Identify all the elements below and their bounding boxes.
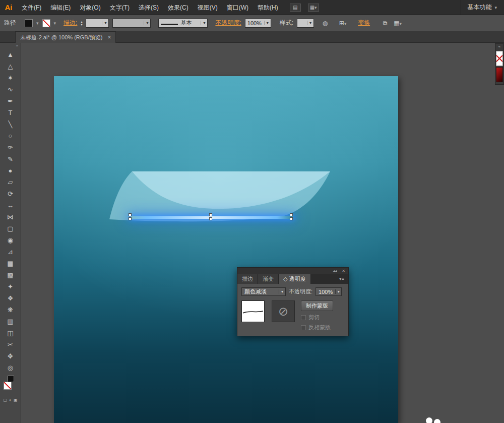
control-bar: 路径 ▾ ▾ 描边: ▴ ▾ ▾ ▾ 基本 ▾ 不透明度: 100% ▾ 样式:…: [0, 15, 504, 31]
fill-color-swatch[interactable]: [4, 382, 12, 390]
line-segment-tool[interactable]: ╲: [4, 118, 17, 130]
transform-link[interactable]: 变换: [358, 19, 370, 27]
tab-fill-space: [311, 274, 335, 284]
perspective-grid-tool[interactable]: ⊿: [4, 246, 17, 258]
draw-normal-icon[interactable]: ▢: [4, 398, 8, 402]
mask-thumbnail[interactable]: ⊘: [272, 300, 295, 322]
collapse-panel-icon[interactable]: »: [0, 43, 21, 49]
lasso-tool[interactable]: ∿: [4, 84, 17, 95]
menu-item-6[interactable]: 视图(V): [193, 0, 222, 15]
gradient-tool[interactable]: ▩: [4, 269, 17, 281]
menu-item-0[interactable]: 文件(F): [17, 0, 46, 15]
stroke-link[interactable]: 描边:: [64, 19, 77, 27]
anchor-handle[interactable]: [209, 217, 212, 220]
menu-item-1[interactable]: 编辑(E): [46, 0, 75, 15]
menu-item-2[interactable]: 对象(O): [75, 0, 105, 15]
menu-item-7[interactable]: 窗口(W): [222, 0, 253, 15]
workspace-switcher[interactable]: 基本功能 ▾: [461, 0, 504, 15]
column-graph-tool[interactable]: ▥: [4, 316, 17, 327]
blend-mode-select[interactable]: 颜色减淡 ▾: [241, 287, 286, 296]
isolate-mode-icon[interactable]: ⧉: [381, 19, 390, 27]
close-icon[interactable]: ✕: [342, 269, 345, 273]
tab-transparency[interactable]: ◇ 透明度: [279, 274, 311, 284]
anchor-handle[interactable]: [129, 213, 132, 216]
panel-opacity-select[interactable]: 100% ▾: [316, 287, 342, 296]
shape-builder-tool[interactable]: ◉: [4, 234, 17, 246]
align-panel-icon[interactable]: ⊞▾: [338, 19, 347, 27]
stroke-swatch[interactable]: [42, 19, 50, 27]
anchor-handle[interactable]: [129, 217, 132, 220]
opacity-value: 100%: [245, 20, 264, 26]
menu-item-4[interactable]: 选择(S): [134, 0, 163, 15]
menu-item-5[interactable]: 效果(C): [163, 0, 193, 15]
panel-menu-icon[interactable]: ▾≡: [335, 274, 348, 284]
align-grid-icon: ⊞: [339, 20, 344, 27]
magic-wand-tool[interactable]: ✶: [4, 72, 17, 84]
rotate-tool[interactable]: ⟳: [4, 188, 17, 200]
color-swatch-icon[interactable]: [496, 67, 503, 82]
stroke-weight-stepper[interactable]: ▴ ▾: [81, 20, 82, 26]
width-profile-combo[interactable]: ▾: [112, 19, 151, 28]
anchor-handle[interactable]: [290, 217, 293, 220]
anchor-handle[interactable]: [209, 213, 212, 216]
tab-stroke[interactable]: 描边: [237, 274, 258, 284]
object-thumbnail[interactable]: [241, 300, 265, 322]
more-options-icon[interactable]: ▦▾: [393, 19, 402, 27]
artboard[interactable]: [54, 76, 398, 423]
artboard-tool[interactable]: ◫: [4, 327, 17, 339]
pen-tool[interactable]: ✒: [4, 95, 17, 107]
clip-checkbox[interactable]: [301, 315, 306, 320]
collapse-panel-icon[interactable]: ◂◂: [333, 269, 337, 273]
style-combo[interactable]: ▾: [297, 19, 314, 28]
direct-selection-tool[interactable]: △: [4, 61, 17, 72]
pencil-tool[interactable]: ✎: [4, 153, 17, 165]
invert-mask-checkbox[interactable]: [301, 325, 306, 330]
menu-item-3[interactable]: 文字(T): [105, 0, 134, 15]
close-icon[interactable]: ×: [107, 34, 111, 41]
fill-swatch[interactable]: [25, 19, 33, 27]
eraser-tool[interactable]: ▱: [4, 176, 17, 188]
mesh-tool[interactable]: ▦: [4, 258, 17, 269]
stroke-weight-combo[interactable]: ▾: [86, 19, 109, 28]
scale-tool[interactable]: ↔: [4, 200, 17, 211]
draw-inside-icon[interactable]: ▣: [14, 398, 18, 402]
blend-tool[interactable]: ❖: [4, 292, 17, 304]
arrange-documents-icon[interactable]: ▦▾: [308, 4, 319, 12]
chevron-down-icon: ▾: [102, 21, 108, 25]
chevron-down-icon[interactable]: ▾: [36, 21, 39, 26]
brush-definition-combo[interactable]: 基本 ▾: [158, 19, 208, 28]
symbol-sprayer-tool[interactable]: ❋: [4, 304, 17, 316]
illustrator-app: { "menubar": { "logo": "Ai", "items": ["…: [0, 0, 504, 423]
slice-tool[interactable]: ✂: [4, 339, 17, 350]
opacity-link[interactable]: 不透明度:: [215, 19, 241, 27]
chevron-down-icon[interactable]: ▾: [54, 21, 56, 26]
none-swatch-icon[interactable]: [496, 51, 503, 66]
menu-item-8[interactable]: 帮助(H): [253, 0, 283, 15]
zoom-tool[interactable]: ◎: [4, 362, 17, 374]
document-icon[interactable]: ▤: [290, 4, 301, 12]
make-mask-button[interactable]: 制作蒙版: [301, 300, 333, 311]
opacity-combo[interactable]: 100% ▾: [245, 19, 271, 28]
width-tool[interactable]: ⋈: [4, 211, 17, 223]
anchor-handle[interactable]: [290, 213, 293, 216]
type-tool[interactable]: T: [4, 107, 17, 118]
panel-titlebar[interactable]: ◂◂ ✕: [237, 267, 349, 274]
invert-mask-option: 反相蒙版: [301, 324, 333, 331]
swoosh-shape[interactable]: [107, 169, 333, 223]
spinner-down-icon[interactable]: ▾: [81, 23, 82, 26]
blob-brush-tool[interactable]: ●: [4, 165, 17, 176]
paintbrush-tool[interactable]: ✑: [4, 142, 17, 153]
brush-preview: 基本: [159, 19, 201, 27]
ellipse-tool[interactable]: ○: [4, 130, 17, 142]
tab-gradient[interactable]: 渐变: [258, 274, 279, 284]
free-transform-tool[interactable]: ▢: [4, 223, 17, 234]
recolor-artwork-icon[interactable]: ◍: [321, 19, 330, 27]
selection-tool[interactable]: ▲: [4, 49, 17, 61]
hand-tool[interactable]: ✥: [4, 350, 17, 362]
expand-panels-icon[interactable]: «: [495, 44, 503, 50]
document-tab[interactable]: 未标题-2.ai* @ 100% (RGB/预览) ×: [15, 31, 116, 43]
invert-mask-label: 反相蒙版: [308, 324, 331, 331]
draw-behind-icon[interactable]: ◐: [9, 398, 12, 402]
chevron-down-icon: ▾: [494, 5, 497, 10]
eyedropper-tool[interactable]: ✦: [4, 281, 17, 292]
